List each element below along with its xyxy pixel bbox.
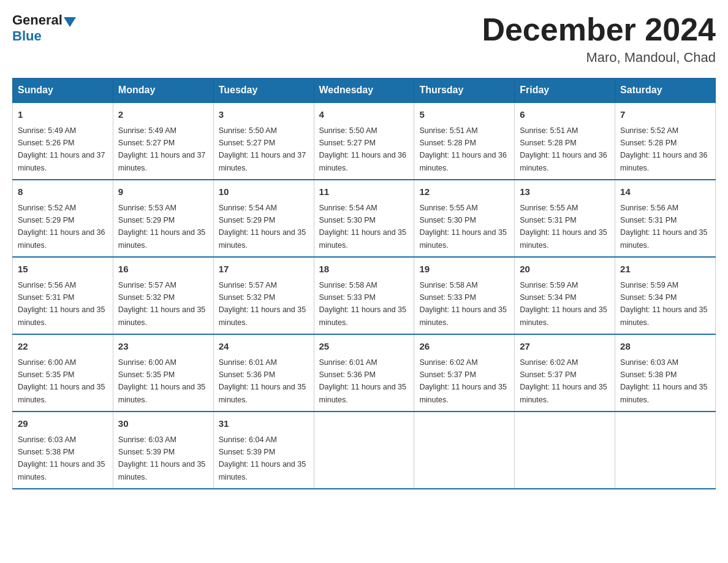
day-number: 16 <box>118 262 208 277</box>
day-number: 18 <box>319 262 409 277</box>
day-info: Sunrise: 5:54 AMSunset: 5:29 PMDaylight:… <box>219 204 306 250</box>
day-number: 3 <box>219 108 309 122</box>
day-info: Sunrise: 6:00 AMSunset: 5:35 PMDaylight:… <box>18 358 105 404</box>
calendar-week-row: 15 Sunrise: 5:56 AMSunset: 5:31 PMDaylig… <box>13 257 716 334</box>
day-info: Sunrise: 5:58 AMSunset: 5:33 PMDaylight:… <box>419 281 506 327</box>
calendar-week-row: 29 Sunrise: 6:03 AMSunset: 5:38 PMDaylig… <box>13 412 716 489</box>
calendar-cell: 31 Sunrise: 6:04 AMSunset: 5:39 PMDaylig… <box>213 412 314 489</box>
day-number: 30 <box>118 417 208 431</box>
weekday-header-sunday: Sunday <box>13 79 113 103</box>
calendar-week-row: 8 Sunrise: 5:52 AMSunset: 5:29 PMDayligh… <box>13 180 716 257</box>
weekday-header-row: SundayMondayTuesdayWednesdayThursdayFrid… <box>13 79 716 103</box>
calendar-cell: 16 Sunrise: 5:57 AMSunset: 5:32 PMDaylig… <box>113 257 213 334</box>
calendar-cell: 22 Sunrise: 6:00 AMSunset: 5:35 PMDaylig… <box>13 334 113 412</box>
weekday-header-saturday: Saturday <box>615 79 716 103</box>
day-info: Sunrise: 6:02 AMSunset: 5:37 PMDaylight:… <box>520 358 607 404</box>
day-number: 20 <box>520 262 610 277</box>
location-title: Maro, Mandoul, Chad <box>482 50 716 66</box>
calendar-cell: 27 Sunrise: 6:02 AMSunset: 5:37 PMDaylig… <box>515 334 615 412</box>
day-number: 1 <box>18 108 108 122</box>
calendar-cell: 12 Sunrise: 5:55 AMSunset: 5:30 PMDaylig… <box>414 180 515 257</box>
day-info: Sunrise: 5:58 AMSunset: 5:33 PMDaylight:… <box>319 281 406 327</box>
calendar-cell: 25 Sunrise: 6:01 AMSunset: 5:36 PMDaylig… <box>314 334 414 412</box>
day-number: 11 <box>319 185 409 199</box>
calendar-cell: 29 Sunrise: 6:03 AMSunset: 5:38 PMDaylig… <box>13 412 113 489</box>
day-info: Sunrise: 6:01 AMSunset: 5:36 PMDaylight:… <box>219 358 306 404</box>
calendar-cell: 24 Sunrise: 6:01 AMSunset: 5:36 PMDaylig… <box>213 334 314 412</box>
calendar-cell: 28 Sunrise: 6:03 AMSunset: 5:38 PMDaylig… <box>615 334 716 412</box>
day-info: Sunrise: 5:55 AMSunset: 5:31 PMDaylight:… <box>520 204 607 250</box>
calendar-table: SundayMondayTuesdayWednesdayThursdayFrid… <box>12 78 716 489</box>
day-info: Sunrise: 5:59 AMSunset: 5:34 PMDaylight:… <box>620 281 707 327</box>
weekday-header-tuesday: Tuesday <box>213 79 314 103</box>
calendar-cell <box>414 412 515 489</box>
day-number: 27 <box>520 340 610 354</box>
day-info: Sunrise: 5:54 AMSunset: 5:30 PMDaylight:… <box>319 204 406 250</box>
calendar-cell: 20 Sunrise: 5:59 AMSunset: 5:34 PMDaylig… <box>515 257 615 334</box>
day-info: Sunrise: 6:03 AMSunset: 5:38 PMDaylight:… <box>620 358 707 404</box>
day-number: 17 <box>219 262 309 277</box>
page-header: General Blue December 2024 Maro, Mandoul… <box>12 12 716 66</box>
calendar-cell: 18 Sunrise: 5:58 AMSunset: 5:33 PMDaylig… <box>314 257 414 334</box>
calendar-cell: 30 Sunrise: 6:03 AMSunset: 5:39 PMDaylig… <box>113 412 213 489</box>
calendar-cell: 13 Sunrise: 5:55 AMSunset: 5:31 PMDaylig… <box>515 180 615 257</box>
day-info: Sunrise: 5:55 AMSunset: 5:30 PMDaylight:… <box>419 204 506 250</box>
calendar-cell: 8 Sunrise: 5:52 AMSunset: 5:29 PMDayligh… <box>13 180 113 257</box>
day-number: 19 <box>419 262 509 277</box>
day-number: 24 <box>219 340 309 354</box>
day-number: 4 <box>319 108 409 122</box>
day-number: 8 <box>18 185 108 199</box>
day-info: Sunrise: 5:50 AMSunset: 5:27 PMDaylight:… <box>319 126 406 172</box>
weekday-header-monday: Monday <box>113 79 213 103</box>
calendar-cell: 1 Sunrise: 5:49 AMSunset: 5:26 PMDayligh… <box>13 102 113 180</box>
day-number: 29 <box>18 417 108 431</box>
calendar-cell <box>615 412 716 489</box>
title-section: December 2024 Maro, Mandoul, Chad <box>482 12 716 66</box>
logo-blue-text: Blue <box>12 28 42 44</box>
calendar-week-row: 22 Sunrise: 6:00 AMSunset: 5:35 PMDaylig… <box>13 334 716 412</box>
day-info: Sunrise: 5:51 AMSunset: 5:28 PMDaylight:… <box>419 126 506 172</box>
calendar-cell: 7 Sunrise: 5:52 AMSunset: 5:28 PMDayligh… <box>615 102 716 180</box>
day-info: Sunrise: 5:57 AMSunset: 5:32 PMDaylight:… <box>219 281 306 327</box>
day-info: Sunrise: 5:49 AMSunset: 5:26 PMDaylight:… <box>18 126 105 172</box>
calendar-cell: 26 Sunrise: 6:02 AMSunset: 5:37 PMDaylig… <box>414 334 515 412</box>
day-number: 9 <box>118 185 208 199</box>
day-number: 6 <box>520 108 610 122</box>
day-number: 21 <box>620 262 710 277</box>
calendar-cell: 4 Sunrise: 5:50 AMSunset: 5:27 PMDayligh… <box>314 102 414 180</box>
day-info: Sunrise: 6:02 AMSunset: 5:37 PMDaylight:… <box>419 358 506 404</box>
calendar-week-row: 1 Sunrise: 5:49 AMSunset: 5:26 PMDayligh… <box>13 102 716 180</box>
calendar-cell: 21 Sunrise: 5:59 AMSunset: 5:34 PMDaylig… <box>615 257 716 334</box>
logo-general-text: General <box>12 12 63 28</box>
logo-text: General <box>12 12 77 28</box>
calendar-cell: 19 Sunrise: 5:58 AMSunset: 5:33 PMDaylig… <box>414 257 515 334</box>
day-info: Sunrise: 5:53 AMSunset: 5:29 PMDaylight:… <box>118 204 205 250</box>
day-info: Sunrise: 5:56 AMSunset: 5:31 PMDaylight:… <box>18 281 105 327</box>
day-number: 31 <box>219 417 309 431</box>
calendar-cell: 23 Sunrise: 6:00 AMSunset: 5:35 PMDaylig… <box>113 334 213 412</box>
weekday-header-wednesday: Wednesday <box>314 79 414 103</box>
day-info: Sunrise: 6:01 AMSunset: 5:36 PMDaylight:… <box>319 358 406 404</box>
day-info: Sunrise: 5:51 AMSunset: 5:28 PMDaylight:… <box>520 126 607 172</box>
day-info: Sunrise: 5:59 AMSunset: 5:34 PMDaylight:… <box>520 281 607 327</box>
day-number: 5 <box>419 108 509 122</box>
day-number: 7 <box>620 108 710 122</box>
logo: General Blue <box>12 12 77 44</box>
calendar-cell <box>515 412 615 489</box>
day-info: Sunrise: 6:03 AMSunset: 5:38 PMDaylight:… <box>18 435 105 481</box>
day-number: 10 <box>219 185 309 199</box>
weekday-header-friday: Friday <box>515 79 615 103</box>
day-number: 22 <box>18 340 108 354</box>
day-number: 23 <box>118 340 208 354</box>
calendar-cell: 14 Sunrise: 5:56 AMSunset: 5:31 PMDaylig… <box>615 180 716 257</box>
logo-arrow-icon <box>64 17 76 27</box>
day-number: 26 <box>419 340 509 354</box>
day-info: Sunrise: 5:57 AMSunset: 5:32 PMDaylight:… <box>118 281 205 327</box>
day-info: Sunrise: 6:00 AMSunset: 5:35 PMDaylight:… <box>118 358 205 404</box>
calendar-cell: 6 Sunrise: 5:51 AMSunset: 5:28 PMDayligh… <box>515 102 615 180</box>
calendar-cell: 15 Sunrise: 5:56 AMSunset: 5:31 PMDaylig… <box>13 257 113 334</box>
day-number: 15 <box>18 262 108 277</box>
calendar-cell: 5 Sunrise: 5:51 AMSunset: 5:28 PMDayligh… <box>414 102 515 180</box>
day-number: 12 <box>419 185 509 199</box>
calendar-cell: 3 Sunrise: 5:50 AMSunset: 5:27 PMDayligh… <box>213 102 314 180</box>
